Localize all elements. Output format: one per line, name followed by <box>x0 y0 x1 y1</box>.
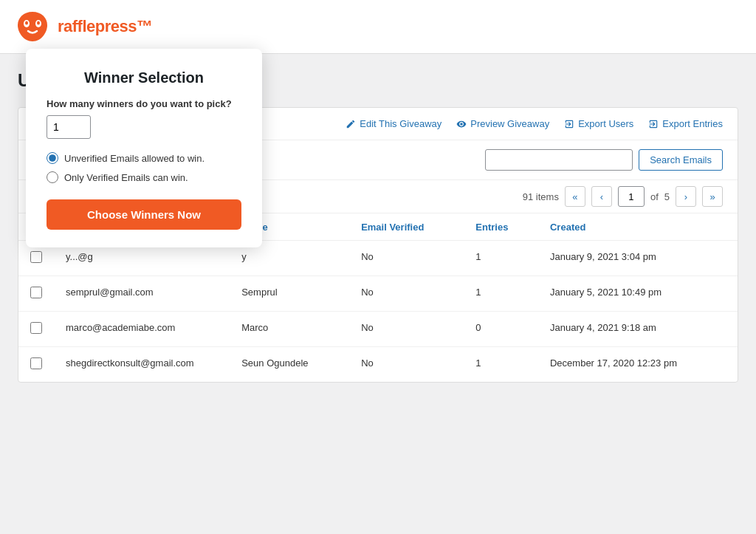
winner-count-input[interactable] <box>47 115 91 139</box>
svg-point-3 <box>37 21 40 25</box>
last-page-button[interactable]: » <box>702 186 723 207</box>
table-row: semprul@gmail.com Semprul No 1 January 5… <box>18 276 738 312</box>
search-emails-button[interactable]: Search Emails <box>639 149 723 171</box>
export-users-icon <box>564 119 574 129</box>
row-email-1: semprul@gmail.com <box>54 276 230 312</box>
table-row: shegdirectkonsult@gmail.com Seun Ogundel… <box>18 347 738 383</box>
row-email-2: marco@academiabe.com <box>54 312 230 347</box>
preview-giveaway-link[interactable]: Preview Giveaway <box>456 118 549 129</box>
row-checkbox-cell <box>18 276 54 312</box>
export-entries-link[interactable]: Export Entries <box>648 118 723 129</box>
radio-verified[interactable]: Only Verified Emails can win. <box>47 171 241 183</box>
export-entries-label: Export Entries <box>662 118 723 129</box>
row-verified-1: No <box>349 276 464 312</box>
export-users-label: Export Users <box>578 118 633 129</box>
row-checkbox-3[interactable] <box>30 357 42 369</box>
first-page-button[interactable]: « <box>565 186 585 207</box>
row-created-0: January 9, 2021 3:04 pm <box>538 241 738 276</box>
row-entries-1: 1 <box>464 276 538 312</box>
row-checkbox-1[interactable] <box>30 287 42 298</box>
radio-unverified-label: Unverified Emails allowed to win. <box>64 153 205 164</box>
search-input[interactable] <box>485 149 633 171</box>
created-column-header[interactable]: Created <box>538 213 738 241</box>
modal-question: How many winners do you want to pick? <box>47 98 241 109</box>
preview-icon <box>456 119 467 129</box>
row-checkbox-cell <box>18 347 54 383</box>
entries-column-header[interactable]: Entries <box>464 213 538 241</box>
rafflepress-logo-icon <box>15 9 50 44</box>
row-checkbox-cell <box>18 312 54 347</box>
app-header: rafflepress™ <box>0 0 756 54</box>
row-name-1: Semprul <box>230 276 349 312</box>
prev-page-button[interactable]: ‹ <box>591 186 612 207</box>
row-name-2: Marco <box>230 312 349 347</box>
main-card: Winner Selection How many winners do you… <box>18 107 738 383</box>
radio-unverified-input[interactable] <box>47 152 58 164</box>
row-checkbox-0[interactable] <box>30 251 42 263</box>
row-checkbox-2[interactable] <box>30 322 42 334</box>
table-row: marco@academiabe.com Marco No 0 January … <box>18 312 738 347</box>
row-entries-3: 1 <box>464 347 538 383</box>
next-page-button[interactable]: › <box>676 186 696 207</box>
radio-verified-input[interactable] <box>47 171 58 183</box>
current-page-input[interactable] <box>618 186 645 207</box>
row-created-3: December 17, 2020 12:23 pm <box>538 347 738 383</box>
row-entries-0: 1 <box>464 241 538 276</box>
email-verified-column-header[interactable]: Email Verified <box>349 213 464 241</box>
table-body: y...@g y No 1 January 9, 2021 3:04 pm se… <box>18 241 738 383</box>
export-entries-icon <box>648 119 659 129</box>
page-container: Users Pick Winner Winner Selection How m… <box>0 54 756 534</box>
row-verified-3: No <box>349 347 464 383</box>
row-created-2: January 4, 2021 9:18 am <box>538 312 738 347</box>
export-users-link[interactable]: Export Users <box>564 118 633 129</box>
row-name-3: Seun Ogundele <box>230 347 349 383</box>
preview-giveaway-label: Preview Giveaway <box>470 118 549 129</box>
edit-giveaway-link[interactable]: Edit This Giveaway <box>346 118 441 129</box>
row-email-3: shegdirectkonsult@gmail.com <box>54 347 230 383</box>
edit-icon <box>346 119 356 129</box>
modal-title: Winner Selection <box>47 69 241 86</box>
winner-selection-modal: Winner Selection How many winners do you… <box>26 49 262 247</box>
row-verified-2: No <box>349 312 464 347</box>
row-created-1: January 5, 2021 10:49 pm <box>538 276 738 312</box>
edit-giveaway-label: Edit This Giveaway <box>360 118 441 129</box>
choose-winners-button[interactable]: Choose Winners Now <box>47 199 241 230</box>
svg-point-2 <box>25 21 28 25</box>
logo-text: rafflepress™ <box>58 17 153 36</box>
total-pages: 5 <box>664 191 670 202</box>
row-entries-2: 0 <box>464 312 538 347</box>
radio-verified-label: Only Verified Emails can win. <box>64 172 188 183</box>
logo-wrap: rafflepress™ <box>15 9 153 44</box>
items-total: 91 items <box>523 191 559 202</box>
radio-unverified[interactable]: Unverified Emails allowed to win. <box>47 152 241 164</box>
search-area: Search Emails <box>485 149 723 171</box>
row-verified-0: No <box>349 241 464 276</box>
of-text: of <box>650 191 659 202</box>
winner-count-wrap <box>47 115 241 139</box>
